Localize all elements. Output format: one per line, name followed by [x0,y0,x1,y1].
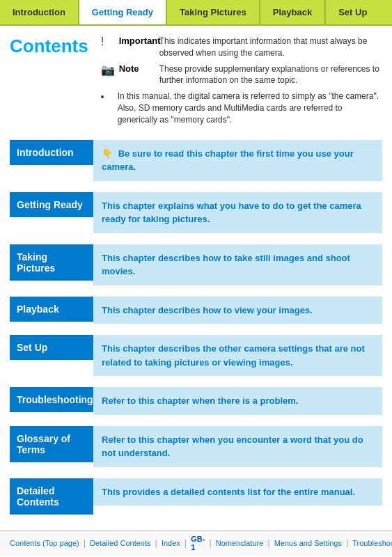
arrow-icon: 👇 [102,147,113,161]
notes-section: ! Important This indicates important inf… [101,36,382,126]
chapter-label-getting-ready: Getting Ready [10,192,93,217]
bnav-sep-4: | [209,538,211,548]
chapter-label-introduction: Introduction [10,140,93,165]
bnav-page-number: GB-1 [188,535,207,551]
bottom-navigation: Contents (Top page) | Detailed Contents … [0,530,392,556]
bnav-sep-6: | [346,538,348,548]
bnav-sep-3: | [185,538,187,548]
note-label: Note [119,63,159,74]
chapter-label-detailed-contents: Detailed Contents [10,478,93,515]
note-icon: 📷 [101,63,115,77]
chapter-desc-glossary: Refer to this chapter when you encounter… [93,426,382,467]
bnav-sep-2: | [155,538,157,548]
table-row[interactable]: Taking Pictures This chapter describes h… [10,244,382,285]
bnav-sep-1: | [84,538,86,548]
chapter-desc-troubleshooting: Refer to this chapter when there is a pr… [93,387,382,415]
table-row[interactable]: Set Up This chapter describes the other … [10,335,382,376]
tab-taking-pictures[interactable]: Taking Pictures [167,0,260,24]
chapter-label-taking-pictures: Taking Pictures [10,244,93,281]
chapter-desc-taking-pictures: This chapter describes how to take still… [93,244,382,285]
bnav-nomenclature[interactable]: Nomenclature [213,539,266,547]
chapter-label-troubleshooting: Troubleshooting [10,387,93,412]
contents-header: Contents ! Important This indicates impo… [10,36,382,126]
table-row[interactable]: Troubleshooting Refer to this chapter wh… [10,387,382,415]
bnav-detailed-contents[interactable]: Detailed Contents [87,539,153,547]
important-label: Important [119,36,159,46]
table-row[interactable]: Introduction 👇 Be sure to read this chap… [10,140,382,181]
bnav-index[interactable]: Index [159,539,183,547]
top-navigation: Introduction Getting Ready Taking Pictur… [0,0,392,26]
chapter-label-glossary: Glossary of Terms [10,426,93,462]
page-title: Contents [10,36,88,57]
chapter-label-set-up: Set Up [10,335,93,360]
table-row[interactable]: Getting Ready This chapter explains what… [10,192,382,233]
bnav-contents-top[interactable]: Contents (Top page) [7,539,82,547]
table-row[interactable]: Glossary of Terms Refer to this chapter … [10,426,382,467]
main-content: Contents ! Important This indicates impo… [0,26,392,530]
tab-getting-ready[interactable]: Getting Ready [79,0,167,24]
bnav-troubleshooting[interactable]: Troubleshooting [350,539,392,547]
chapter-desc-playback: This chapter describes how to view your … [93,297,382,324]
table-row[interactable]: Detailed Contents This provides a detail… [10,478,382,515]
important-note: ! Important This indicates important inf… [101,36,382,59]
important-text: This indicates important information tha… [159,36,382,59]
chapter-desc-getting-ready: This chapter explains what you have to d… [93,192,382,233]
chapter-label-playback: Playback [10,297,93,322]
important-icon: ! [101,36,115,48]
bnav-sep-5: | [267,538,269,548]
chapter-table: Introduction 👇 Be sure to read this chap… [10,136,382,519]
table-row[interactable]: Playback This chapter describes how to v… [10,297,382,324]
note-text: These provide supplementary explanations… [159,63,382,87]
chapter-desc-set-up: This chapter describes the other camera … [93,335,382,376]
chapter-desc-introduction: 👇 Be sure to read this chapter the first… [93,140,382,181]
tab-set-up[interactable]: Set Up [326,0,379,24]
tab-playback[interactable]: Playback [260,0,326,24]
note-note: 📷 Note These provide supplementary expla… [101,63,382,87]
bullet-note: In this manual, the digital camera is re… [111,91,382,125]
bnav-menus-settings[interactable]: Menus and Settings [272,539,345,547]
tab-introduction[interactable]: Introduction [0,0,79,24]
chapter-desc-detailed-contents: This provides a detailed contents list f… [93,478,382,506]
